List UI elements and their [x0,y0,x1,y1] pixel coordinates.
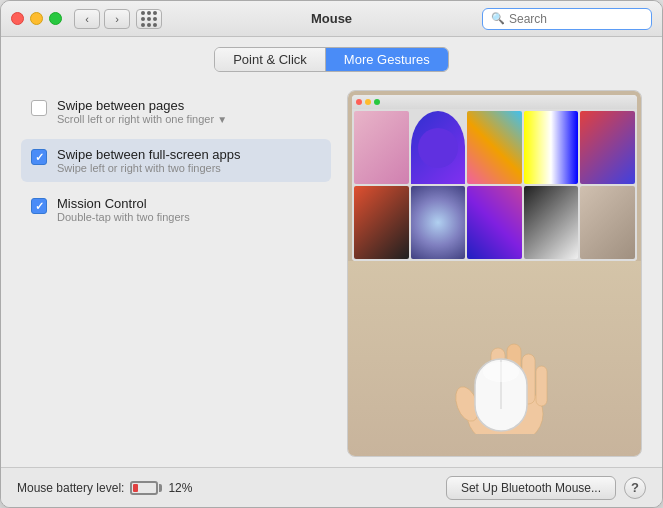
svg-rect-5 [536,366,547,406]
option-swipe-pages: Swipe between pages Scroll left or right… [21,90,331,133]
back-button[interactable]: ‹ [74,9,100,29]
maximize-button[interactable] [49,12,62,25]
tab-group: Point & Click More Gestures [214,47,449,72]
option-title-1: Swipe between pages [57,98,227,113]
window-title: Mouse [311,11,352,26]
tabbar: Point & Click More Gestures [1,37,662,80]
titlebar: ‹ › Mouse 🔍 [1,1,662,37]
option-mission-control: Mission Control Double-tap with two fing… [21,188,331,231]
preview-cell-2 [411,111,466,184]
preview-dot-green [374,99,380,105]
battery-icon [130,481,162,495]
battery-percentage: 12% [168,481,192,495]
option-subtitle-3: Double-tap with two fingers [57,211,190,223]
preview-cell-5 [580,111,635,184]
bottom-bar: Mouse battery level: 12% Set Up Bluetoot… [1,467,662,507]
main-content: Swipe between pages Scroll left or right… [1,80,662,467]
option-text-3: Mission Control Double-tap with two fing… [57,196,190,223]
bottom-right: Set Up Bluetooth Mouse... ? [446,476,646,500]
search-input[interactable] [509,12,643,26]
dropdown-arrow-icon[interactable]: ▼ [217,114,227,125]
right-panel [347,90,642,457]
preview-dot-yellow [365,99,371,105]
option-subtitle-1: Scroll left or right with one finger ▼ [57,113,227,125]
tab-point-click[interactable]: Point & Click [215,48,326,71]
battery-tip [159,484,162,492]
left-panel: Swipe between pages Scroll left or right… [21,90,331,457]
desktop-preview [348,91,641,261]
search-icon: 🔍 [491,12,505,25]
checkbox-mission-control[interactable] [31,198,47,214]
checkbox-wrap-3 [31,198,47,214]
help-button[interactable]: ? [624,477,646,499]
preview-cell-3 [467,111,522,184]
svg-point-8 [483,362,519,382]
preview-cell-6 [354,186,409,259]
option-title-3: Mission Control [57,196,190,211]
battery-fill [133,484,137,492]
search-box[interactable]: 🔍 [482,8,652,30]
preview-cell-8 [467,186,522,259]
preview-cell-1 [354,111,409,184]
checkbox-wrap-2 [31,149,47,165]
traffic-lights [11,12,62,25]
close-button[interactable] [11,12,24,25]
checkbox-swipe-pages[interactable] [31,100,47,116]
preview-dot-red [356,99,362,105]
mouse-hand-svg [395,284,595,434]
minimize-button[interactable] [30,12,43,25]
fake-desktop [348,91,641,261]
bluetooth-button[interactable]: Set Up Bluetooth Mouse... [446,476,616,500]
preview-cell-4 [524,111,579,184]
grid-button[interactable] [136,9,162,29]
battery-label: Mouse battery level: 12% [17,481,192,495]
forward-button[interactable]: › [104,9,130,29]
preview-cell-10 [580,186,635,259]
tab-more-gestures[interactable]: More Gestures [326,48,448,71]
mouse-hand-preview [348,261,641,456]
preview-titlebar [352,95,637,109]
option-subtitle-2: Swipe left or right with two fingers [57,162,241,174]
nav-buttons: ‹ › [74,9,130,29]
preview-cell-9 [524,186,579,259]
preview-cell-7 [411,186,466,259]
main-window: ‹ › Mouse 🔍 Point & Click More Gestures [0,0,663,508]
option-title-2: Swipe between full-screen apps [57,147,241,162]
option-swipe-apps: Swipe between full-screen apps Swipe lef… [21,139,331,182]
battery-body [130,481,158,495]
preview-window [352,95,637,261]
checkbox-swipe-apps[interactable] [31,149,47,165]
option-text-1: Swipe between pages Scroll left or right… [57,98,227,125]
option-text-2: Swipe between full-screen apps Swipe lef… [57,147,241,174]
preview-content [352,109,637,261]
checkbox-wrap-1 [31,100,47,116]
